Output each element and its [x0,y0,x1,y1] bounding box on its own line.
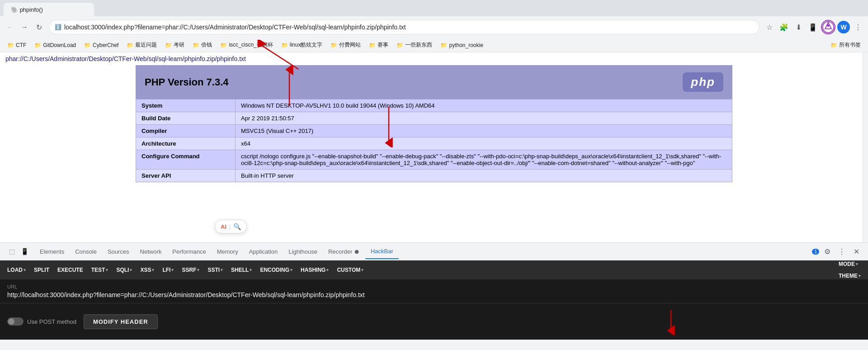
nav-right-icons: ☆ 🧩 ⬇ 📱 W ⋮ [763,20,864,34]
table-cell-value: Apr 2 2019 21:50:57 [236,112,732,125]
download-button[interactable]: ⬇ [792,21,805,33]
scrollbar[interactable] [863,52,868,242]
folder-icon: 📁 [165,42,172,48]
hackbar-execute-button[interactable]: EXECUTE [54,264,87,276]
svg-point-2 [827,24,829,27]
tab-lighthouse[interactable]: Lighthouse [283,245,323,259]
tab-network[interactable]: Network [135,245,167,259]
device-toolbar-button[interactable]: 📱 [18,245,31,258]
tab-console[interactable]: Console [70,245,102,259]
lfi-label: LFI [162,267,170,273]
forward-button[interactable]: → [18,21,31,33]
bookmark-star-button[interactable]: ☆ [763,21,776,33]
ai-search-button[interactable]: AI | 🔍 [215,220,247,233]
bookmark-iscc[interactable]: 📁 iscc_ciscn_强网杯 [217,40,276,50]
hackbar-sqli-button[interactable]: SQLI ▾ [113,264,136,276]
address-bar[interactable]: ℹ️ localhost:3000/index.php?filename=pha… [49,20,760,34]
bookmark-ctf[interactable]: 📁 CTF [4,41,30,49]
bookmark-paid[interactable]: 📁 付费网站 [327,40,364,50]
modify-header-button[interactable]: MODIFY HEADER [84,314,158,329]
toggle-knob [8,318,14,325]
table-cell-value: Windows NT DESKTOP-AV5LHV1 10.0 build 19… [236,99,732,112]
bookmark-label: iscc_ciscn_强网杯 [229,41,273,49]
table-row: Configure Command cscript /nologo config… [136,150,732,170]
hackbar-mode-button[interactable]: MODE ▾ [835,258,864,270]
devtools-settings-button[interactable]: ⚙ [821,245,834,258]
ai-label: AI [221,223,226,230]
hackbar-theme-button[interactable]: THEME ▾ [835,270,864,282]
hackbar-shell-button[interactable]: SHELL ▾ [227,264,255,276]
tab-performance[interactable]: Performance [167,245,211,259]
tab-elements[interactable]: Elements [34,245,70,259]
custom-extension-icon[interactable] [821,20,835,34]
search-icon: 🔍 [233,223,241,230]
hackbar-load-button[interactable]: LOAD ▾ [4,264,29,276]
bookmark-events[interactable]: 📁 赛事 [365,40,392,50]
devtools-more-button[interactable]: ⋮ [835,245,848,258]
browser-tab[interactable]: 🐘 phpinfo() [4,3,94,16]
hackbar-url-value[interactable]: http://localhost:3000/index.php?filename… [7,291,861,298]
extension-button[interactable]: 🧩 [778,21,790,33]
php-logo: php [683,72,723,92]
php-path-bar: phar://C:/Users/Administrator/Desktop/CT… [0,52,868,65]
hashing-label: HASHING [301,267,326,273]
hackbar-test-button[interactable]: TEST ▾ [88,264,112,276]
hackbar-ssti-button[interactable]: SSTI ▾ [204,264,226,276]
bookmark-money[interactable]: 📁 倍钱 [189,40,216,50]
bookmark-label: 所有书签 [839,41,861,49]
reload-button[interactable]: ↻ [33,21,45,33]
bookmark-new-things[interactable]: 📁 一些新东西 [393,40,436,50]
table-cell-value: MSVC15 (Visual C++ 2017) [236,125,732,137]
table-cell-label: Compiler [136,125,236,137]
hackbar-ssrf-button[interactable]: SSRF ▾ [178,264,203,276]
php-version: PHP Version 7.3.4 [145,76,228,88]
bookmark-all[interactable]: 📁 所有书签 [827,40,864,50]
folder-icon: 📁 [330,42,337,48]
phpinfo-header: PHP Version 7.3.4 php [136,65,732,99]
bookmark-linux[interactable]: 📁 linux酷炫文字 [278,40,326,50]
bookmark-label: linux酷炫文字 [290,41,323,49]
encoding-dropdown-arrow: ▾ [290,268,292,272]
post-method-toggle[interactable] [7,317,24,326]
menu-button[interactable]: ⋮ [852,21,864,33]
folder-icon: 📁 [34,42,41,48]
hackbar-encoding-button[interactable]: ENCODING ▾ [256,264,296,276]
divider: | [229,223,231,230]
phpinfo-table: System Windows NT DESKTOP-AV5LHV1 10.0 b… [136,99,732,182]
hackbar-arrow-container [662,308,680,335]
back-button[interactable]: ← [4,21,16,33]
tab-recorder[interactable]: Recorder ⏺ [323,245,365,259]
tab-application[interactable]: Application [244,245,283,259]
folder-icon: 📁 [193,42,199,48]
tab-lighthouse-label: Lighthouse [288,248,317,255]
hackbar-split-button[interactable]: SPLIT [30,264,53,276]
lfi-dropdown-arrow: ▾ [171,268,174,272]
tab-recorder-label: Recorder ⏺ [328,248,360,255]
tab-hackbar[interactable]: HackBar [365,244,399,259]
hackbar-lfi-button[interactable]: LFI ▾ [159,264,177,276]
bookmark-label: 倍钱 [201,41,212,49]
browser-chrome: 🐘 phpinfo() ← → ↻ ℹ️ localhost:3000/inde… [0,0,868,52]
table-row: Architecture x64 [136,137,732,150]
error-badge: 1 [812,249,819,255]
bookmark-recent[interactable]: 📁 最近问题 [123,40,160,50]
bookmark-research[interactable]: 📁 考研 [161,40,188,50]
bookmark-gitdownload[interactable]: 📁 GitDownLoad [31,41,80,49]
hackbar-hashing-button[interactable]: HASHING ▾ [297,264,332,276]
bookmark-cyberchef[interactable]: 📁 CyberChef [80,41,122,49]
devtools-close-button[interactable]: ✕ [850,245,863,258]
table-cell-label: Architecture [136,137,236,150]
nav-bar: ← → ↻ ℹ️ localhost:3000/index.php?filena… [0,16,868,38]
tab-memory[interactable]: Memory [212,245,244,259]
folder-icon: 📁 [84,42,91,48]
hackbar-xss-button[interactable]: XSS ▾ [137,264,158,276]
tab-memory-label: Memory [217,248,238,255]
tab-sources[interactable]: Sources [102,245,135,259]
page-wrapper: phar://C:/Users/Administrator/Desktop/CT… [0,52,868,242]
bookmark-python[interactable]: 📁 python_rookie [437,41,486,49]
hackbar-custom-button[interactable]: CUSTOM ▾ [333,264,367,276]
profile-icon[interactable]: W [837,21,850,33]
inspect-element-button[interactable]: ⬚ [5,245,18,258]
folder-icon: 📁 [396,42,403,48]
cast-button[interactable]: 📱 [807,21,819,33]
